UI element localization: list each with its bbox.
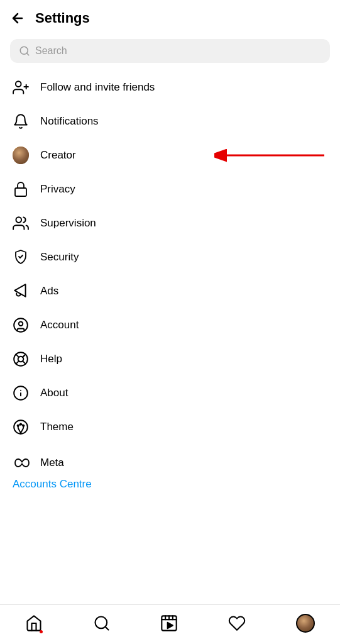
search-bar[interactable]: Search [10, 39, 330, 63]
svg-marker-25 [168, 623, 173, 628]
menu-item-privacy[interactable]: Privacy [0, 172, 340, 206]
heart-icon [228, 614, 246, 632]
svg-line-14 [23, 355, 25, 357]
menu-item-notifications[interactable]: Notifications [0, 104, 340, 138]
lifering-icon [13, 351, 29, 367]
person-circle-icon [13, 317, 29, 333]
svg-line-12 [23, 361, 26, 364]
menu-label-ads: Ads [40, 285, 58, 297]
menu-label-help: Help [40, 353, 62, 365]
search-container: Search [0, 34, 340, 70]
meta-label: Meta [40, 457, 64, 469]
menu-label-supervision: Supervision [40, 217, 96, 230]
meta-logo: Meta [13, 457, 327, 469]
menu-label-privacy: Privacy [40, 183, 75, 196]
svg-point-6 [16, 217, 21, 223]
supervision-icon [13, 215, 29, 231]
menu-label-theme: Theme [40, 421, 74, 433]
menu-item-about[interactable]: About [0, 376, 340, 410]
nav-item-likes[interactable] [222, 612, 252, 635]
menu-label-creator: Creator [40, 149, 76, 162]
palette-icon [13, 419, 29, 435]
menu-item-help[interactable]: Help [0, 342, 340, 376]
menu-label-account: Account [40, 319, 79, 331]
menu-item-security[interactable]: Security [0, 240, 340, 274]
menu-item-ads[interactable]: Ads [0, 274, 340, 308]
page-title: Settings [35, 10, 90, 26]
menu-label-follow: Follow and invite friends [40, 81, 155, 94]
svg-point-1 [16, 81, 21, 87]
profile-avatar [296, 614, 315, 633]
svg-line-11 [16, 354, 19, 357]
person-add-icon [13, 79, 29, 96]
nav-item-search[interactable] [87, 612, 117, 635]
header: Settings [0, 0, 340, 34]
svg-line-15 [16, 361, 19, 364]
meta-infinity-icon [13, 457, 35, 469]
accounts-centre-link[interactable]: Accounts Centre [13, 478, 92, 490]
accounts-centre[interactable]: Accounts Centre [0, 475, 340, 501]
home-icon [25, 614, 43, 632]
svg-point-7 [14, 318, 28, 332]
menu-item-creator[interactable]: Creator [0, 138, 340, 172]
info-circle-icon [13, 385, 29, 401]
svg-rect-5 [15, 188, 26, 196]
meta-section: Meta [0, 449, 340, 475]
menu-label-security: Security [40, 251, 79, 264]
menu-label-notifications: Notifications [40, 115, 99, 128]
menu-item-follow[interactable]: Follow and invite friends [0, 70, 340, 104]
search-icon [19, 45, 30, 57]
bell-icon [13, 113, 29, 130]
nav-item-home[interactable] [19, 612, 49, 635]
red-arrow-annotation [214, 144, 327, 167]
back-button[interactable] [10, 11, 25, 26]
menu-list: Follow and invite friends Notifications … [0, 70, 340, 449]
megaphone-icon [13, 283, 29, 299]
search-nav-icon [93, 614, 111, 632]
menu-label-about: About [40, 387, 68, 399]
nav-item-reels[interactable] [154, 612, 184, 635]
menu-item-supervision[interactable]: Supervision [0, 206, 340, 240]
menu-item-theme[interactable]: Theme [0, 410, 340, 444]
home-notification-dot [40, 630, 43, 633]
lock-icon [13, 181, 29, 197]
menu-item-account[interactable]: Account [0, 308, 340, 342]
nav-item-profile[interactable] [290, 611, 321, 635]
search-input[interactable]: Search [35, 45, 67, 57]
creator-avatar-icon [13, 147, 29, 164]
reels-icon [160, 614, 178, 632]
shield-icon [13, 249, 29, 265]
bottom-nav [0, 604, 340, 644]
svg-point-8 [19, 322, 23, 326]
